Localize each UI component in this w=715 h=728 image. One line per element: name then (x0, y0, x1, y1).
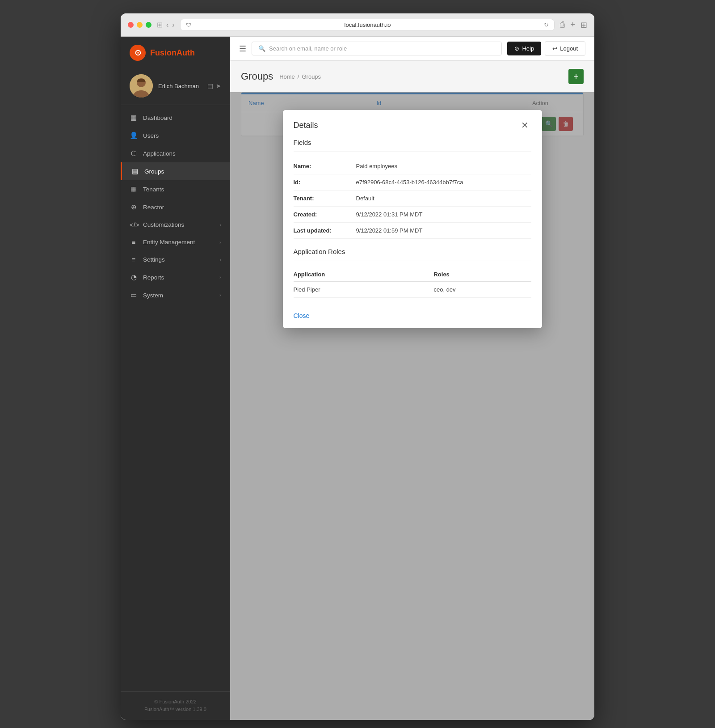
logo-text: FusionAuth (150, 48, 195, 58)
users-icon: 👤 (130, 131, 138, 140)
sidebar-item-settings[interactable]: ≡ Settings › (121, 251, 230, 268)
footer-copyright: © FusionAuth 2022 (130, 698, 221, 706)
applications-icon: ⬡ (130, 149, 138, 157)
sidebar-item-entity-management[interactable]: ≡ Entity Management › (121, 233, 230, 251)
nav-items: ▦ Dashboard 👤 Users ⬡ Applications ▤ Gro… (121, 105, 230, 691)
user-nav-icon[interactable]: ➤ (216, 82, 221, 89)
sidebar-item-reactor[interactable]: ⊕ Reactor (121, 198, 230, 216)
app-roles-section: Application Roles Application Roles (294, 248, 531, 298)
chevron-icon: › (219, 239, 221, 245)
main-inner: Name Id Action ✏ ⧉ 🔍 🗑 (230, 92, 594, 720)
search-box[interactable]: 🔍 Search on email, name or role (252, 42, 502, 55)
sidebar-footer: © FusionAuth 2022 FusionAuth™ version 1.… (121, 691, 230, 720)
reactor-icon: ⊕ (130, 203, 138, 211)
sidebar-item-groups[interactable]: ▤ Groups (121, 162, 230, 180)
app-name: Pied Piper (294, 282, 434, 298)
modal-title: Details (294, 121, 318, 130)
sidebar-item-label: Dashboard (143, 114, 172, 121)
sidebar-item-label: Settings (143, 256, 165, 263)
app-roles-divider (294, 261, 531, 261)
page-title: Groups (241, 71, 273, 82)
sidebar-item-label: Users (143, 132, 159, 139)
entity-management-icon: ≡ (130, 238, 138, 246)
sidebar-item-system[interactable]: ▭ System › (121, 286, 230, 304)
app-roles-row: Pied Piper ceo, dev (294, 282, 531, 298)
traffic-light-red[interactable] (128, 22, 134, 28)
user-card-icon[interactable]: ▤ (207, 82, 213, 89)
reload-icon[interactable]: ↻ (544, 21, 549, 28)
sidebar-item-reports[interactable]: ◔ Reports › (121, 268, 230, 286)
forward-button[interactable]: › (172, 21, 174, 29)
logo-icon: ⊙ (130, 45, 146, 61)
field-last-updated: Last updated: 9/12/2022 01:59 PM MDT (294, 223, 531, 239)
field-id: Id: e7f92906-68c4-4453-b126-46344bb7f7ca (294, 174, 531, 190)
sidebar-item-label: Reports (143, 274, 164, 281)
sidebar-item-applications[interactable]: ⬡ Applications (121, 144, 230, 162)
search-icon: 🔍 (258, 45, 265, 52)
add-group-button[interactable]: + (568, 69, 584, 84)
modal-footer: Close (283, 307, 542, 328)
topbar-actions: ⊘ Help ↩ Logout (507, 41, 585, 56)
logout-icon: ↩ (552, 45, 557, 52)
sidebar-logo: ⊙ FusionAuth (121, 37, 230, 69)
app-roles-title: Application Roles (294, 248, 531, 255)
app-roles: ceo, dev (433, 282, 531, 298)
field-name: Name: Paid employees (294, 158, 531, 174)
help-button[interactable]: ⊘ Help (507, 42, 541, 55)
sidebar-item-label: Applications (143, 150, 176, 157)
url-text: local.fusionauth.io (195, 21, 541, 28)
sidebar-item-dashboard[interactable]: ▦ Dashboard (121, 109, 230, 127)
sidebar-item-tenants[interactable]: ▦ Tenants (121, 180, 230, 198)
reports-icon: ◔ (130, 273, 138, 281)
details-modal: Details ✕ Fields Name: Paid employees (283, 110, 542, 328)
address-bar[interactable]: 🛡 local.fusionauth.io ↻ (180, 19, 555, 31)
fields-section-title: Fields (294, 139, 531, 146)
chevron-icon: › (219, 292, 221, 298)
grid-icon[interactable]: ⊞ (580, 20, 587, 30)
close-button[interactable]: Close (294, 312, 310, 319)
sidebar-item-label: Customizations (143, 221, 184, 228)
breadcrumb-current: Groups (302, 73, 321, 80)
modal-body: Fields Name: Paid employees Id: e7f92906… (283, 139, 542, 307)
user-section: Erlich Bachman ▤ ➤ (121, 69, 230, 105)
traffic-light-yellow[interactable] (137, 22, 143, 28)
breadcrumb: Home / Groups (279, 73, 321, 80)
col-roles: Roles (433, 267, 531, 282)
user-name: Erlich Bachman (158, 83, 199, 89)
new-tab-icon[interactable]: + (570, 20, 575, 30)
topbar: ☰ 🔍 Search on email, name or role ⊘ Help… (230, 37, 594, 61)
sidebar: ⊙ FusionAuth Erlich Bachman ▤ (121, 37, 230, 720)
breadcrumb-home[interactable]: Home (279, 73, 295, 80)
traffic-light-green[interactable] (146, 22, 151, 28)
sidebar-item-label: Groups (144, 168, 164, 175)
settings-icon: ≡ (130, 256, 138, 263)
share-icon[interactable]: ⎙ (560, 20, 565, 30)
sidebar-item-label: System (143, 292, 163, 299)
sidebar-item-label: Tenants (143, 186, 164, 193)
modal-overlay[interactable]: Details ✕ Fields Name: Paid employees (230, 92, 594, 720)
field-tenant: Tenant: Default (294, 190, 531, 207)
breadcrumb-separator: / (298, 73, 299, 80)
back-button[interactable]: ‹ (166, 21, 168, 29)
fields-divider (294, 152, 531, 152)
chevron-icon: › (219, 257, 221, 263)
help-icon: ⊘ (514, 45, 519, 52)
customizations-icon: </> (130, 221, 138, 229)
system-icon: ▭ (130, 291, 138, 299)
groups-icon: ▤ (131, 167, 139, 175)
sidebar-item-label: Entity Management (143, 239, 195, 245)
sidebar-item-customizations[interactable]: </> Customizations › (121, 216, 230, 233)
shield-icon: 🛡 (186, 22, 191, 28)
logout-button[interactable]: ↩ Logout (545, 41, 585, 56)
avatar (130, 74, 153, 97)
sidebar-toggle-icon[interactable]: ⊞ (157, 21, 163, 29)
app-roles-table: Application Roles Pied Piper ceo, dev (294, 267, 531, 298)
dashboard-icon: ▦ (130, 114, 138, 122)
col-application: Application (294, 267, 434, 282)
sidebar-item-users[interactable]: 👤 Users (121, 127, 230, 144)
modal-close-button[interactable]: ✕ (519, 119, 531, 131)
main-content: ☰ 🔍 Search on email, name or role ⊘ Help… (230, 37, 594, 720)
menu-icon[interactable]: ☰ (239, 44, 246, 54)
sidebar-item-label: Reactor (143, 204, 164, 211)
chevron-icon: › (219, 222, 221, 228)
